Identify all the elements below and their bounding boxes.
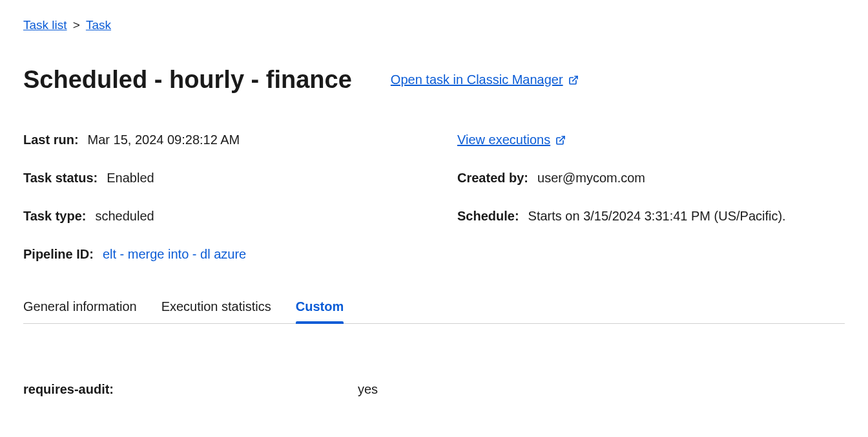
svg-line-0: [572, 76, 577, 81]
info-pipeline-id: Pipeline ID: elt - merge into - dl azure: [23, 247, 457, 262]
task-status-value: Enabled: [107, 171, 154, 186]
info-created-by: Created by: user@mycom.com: [457, 171, 845, 186]
task-type-label: Task type:: [23, 209, 86, 224]
requires-audit-label: requires-audit:: [23, 382, 358, 397]
title-row: Scheduled - hourly - finance Open task i…: [23, 66, 845, 94]
info-schedule: Schedule: Starts on 3/15/2024 3:31:41 PM…: [457, 209, 845, 224]
breadcrumb-separator: >: [73, 18, 80, 32]
external-link-icon: [568, 75, 579, 85]
created-by-label: Created by:: [457, 171, 528, 186]
page-title: Scheduled - hourly - finance: [23, 66, 352, 94]
tabs: General information Execution statistics…: [23, 294, 845, 324]
schedule-label: Schedule:: [457, 209, 519, 224]
breadcrumb: Task list > Task: [23, 18, 845, 32]
breadcrumb-task-link[interactable]: Task: [86, 18, 111, 32]
tab-general-information[interactable]: General information: [23, 294, 137, 323]
pipeline-id-label: Pipeline ID:: [23, 247, 94, 262]
info-task-type: Task type: scheduled: [23, 209, 457, 224]
breadcrumb-task-list-link[interactable]: Task list: [23, 18, 67, 32]
info-task-status: Task status: Enabled: [23, 171, 457, 186]
info-last-run: Last run: Mar 15, 2024 09:28:12 AM: [23, 133, 457, 147]
info-view-executions: View executions: [457, 133, 845, 147]
external-link-icon: [555, 135, 566, 145]
created-by-value: user@mycom.com: [537, 171, 645, 186]
task-status-label: Task status:: [23, 171, 98, 186]
tab-execution-statistics[interactable]: Execution statistics: [161, 294, 271, 323]
requires-audit-value: yes: [358, 382, 378, 397]
last-run-label: Last run:: [23, 133, 79, 147]
view-executions-link[interactable]: View executions: [457, 133, 566, 147]
pipeline-id-link[interactable]: elt - merge into - dl azure: [103, 247, 246, 262]
last-run-value: Mar 15, 2024 09:28:12 AM: [88, 133, 240, 147]
tab-custom[interactable]: Custom: [296, 294, 344, 323]
task-type-value: scheduled: [95, 209, 154, 224]
custom-requires-audit-row: requires-audit: yes: [23, 382, 845, 397]
view-executions-label: View executions: [457, 133, 550, 147]
open-classic-manager-label: Open task in Classic Manager: [391, 72, 563, 87]
open-classic-manager-link[interactable]: Open task in Classic Manager: [391, 72, 579, 87]
schedule-value: Starts on 3/15/2024 3:31:41 PM (US/Pacif…: [528, 209, 786, 224]
info-empty-cell: [457, 247, 845, 262]
info-grid: Last run: Mar 15, 2024 09:28:12 AM View …: [23, 133, 845, 262]
svg-line-1: [560, 136, 564, 141]
